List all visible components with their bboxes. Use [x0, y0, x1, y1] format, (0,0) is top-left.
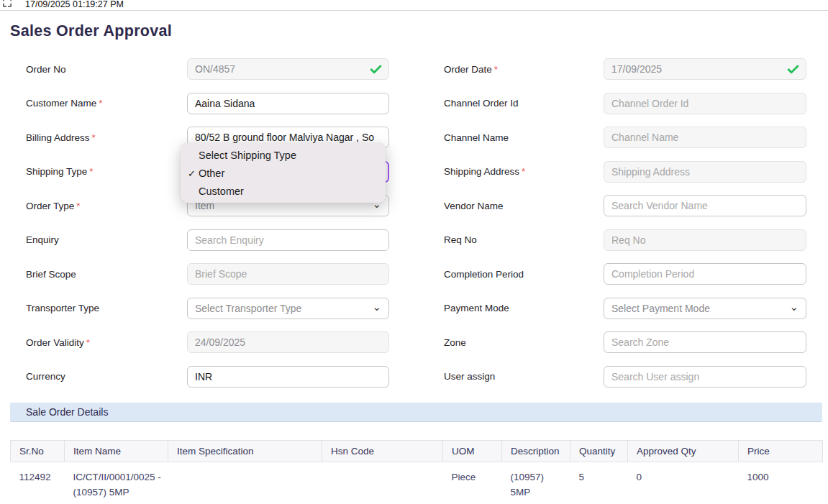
sale-order-items-table: Sr.NoItem NameItem SpecificationHsn Code… — [10, 440, 823, 504]
enquiry-input[interactable] — [187, 229, 389, 251]
channel-name-label-text: Channel Name — [444, 132, 509, 143]
cell-item-specification — [168, 462, 322, 504]
order-validity-input — [187, 331, 389, 353]
payment-mode-label: Payment Mode — [444, 303, 604, 313]
header-item-name: Item Name — [65, 441, 168, 462]
field-row-currency: Currency — [26, 366, 389, 388]
completion-period-input[interactable] — [604, 263, 806, 285]
required-marker: * — [494, 64, 498, 75]
header-hsn-code: Hsn Code — [322, 441, 443, 462]
vendor-name-label-text: Vendor Name — [444, 201, 504, 211]
dropdown-option-customer[interactable]: Customer — [181, 182, 386, 200]
order-no-label-text: Order No — [26, 64, 66, 75]
brief-scope-label-text: Brief Scope — [26, 269, 76, 280]
form-right-column: Order Date*Channel Order IdChannel NameS… — [444, 58, 806, 400]
vendor-name-label: Vendor Name — [444, 201, 604, 211]
currency-label-text: Currency — [26, 371, 65, 382]
currency-label: Currency — [26, 371, 187, 382]
header-item-specification: Item Specification — [168, 441, 322, 462]
header-quantity: Quantity — [570, 441, 628, 462]
required-marker: * — [99, 98, 102, 109]
order-validity-label-text: Order Validity — [26, 337, 84, 348]
field-row-user-assign: User assign — [444, 366, 806, 388]
transporter-type-selected-value: Select Transporter Type — [195, 303, 301, 314]
cell-approved-qty: 0 — [628, 462, 739, 504]
zone-label: Zone — [444, 337, 604, 348]
shipping-type-dropdown-menu: Select Shipping Type ✓ Other Customer — [181, 143, 386, 203]
field-row-transporter-type: Transporter TypeSelect Transporter Type⌄ — [26, 298, 389, 319]
cell-sr-no: 112492 — [11, 462, 65, 504]
header-sr-no: Sr.No — [11, 441, 65, 462]
customer-name-input[interactable] — [187, 93, 389, 114]
completion-period-label: Completion Period — [444, 269, 604, 280]
req-no-input — [604, 229, 806, 251]
completion-period-label-text: Completion Period — [444, 269, 524, 280]
cell-hsn-code — [322, 462, 443, 504]
dropdown-option-select-shipping-type[interactable]: Select Shipping Type — [181, 146, 386, 164]
payment-mode-label-text: Payment Mode — [444, 303, 509, 313]
form-left-column: Order NoCustomer Name*Billing Address*Sh… — [26, 58, 389, 400]
shipping-address-label-text: Shipping Address — [444, 166, 519, 177]
required-marker: * — [86, 337, 90, 348]
field-row-order-validity: Order Validity* — [26, 331, 389, 353]
order-date-input — [604, 58, 806, 80]
header-approved-qty: Approved Qty — [628, 441, 739, 462]
order-validity-label: Order Validity* — [26, 337, 187, 348]
field-row-channel-order-id: Channel Order Id — [444, 93, 806, 114]
field-row-vendor-name: Vendor Name — [444, 195, 806, 216]
shipping-address-input — [604, 161, 806, 183]
currency-input[interactable] — [187, 366, 389, 388]
billing-address-label: Billing Address* — [26, 132, 187, 143]
enquiry-label-text: Enquiry — [26, 234, 59, 245]
field-row-req-no: Req No — [444, 229, 806, 251]
check-icon: ✓ — [188, 168, 196, 178]
required-marker: * — [92, 132, 96, 143]
channel-order-id-input — [604, 93, 806, 114]
header-price: Price — [739, 441, 823, 462]
user-assign-input[interactable] — [604, 366, 806, 388]
order-no-input — [187, 58, 389, 80]
field-row-payment-mode: Payment ModeSelect Payment Mode⌄ — [444, 298, 806, 319]
chevron-down-icon: ⌄ — [372, 303, 381, 311]
required-marker: * — [89, 166, 93, 177]
shipping-type-label: Shipping Type* — [26, 166, 187, 177]
required-marker: * — [76, 201, 80, 211]
field-row-brief-scope: Brief Scope — [26, 263, 389, 285]
field-row-customer-name: Customer Name* — [26, 93, 389, 114]
channel-order-id-label-text: Channel Order Id — [444, 98, 519, 109]
field-row-zone: Zone — [444, 331, 806, 353]
page-title: Sales Order Approval — [10, 22, 172, 40]
field-row-enquiry: Enquiry — [26, 229, 389, 251]
header-description: Description — [502, 441, 570, 462]
field-row-order-date: Order Date* — [444, 58, 806, 80]
payment-mode-select[interactable]: Select Payment Mode⌄ — [604, 298, 806, 319]
topbar: 17/09/2025 01:19:27 PM — [0, 0, 828, 11]
order-type-label-text: Order Type — [26, 201, 74, 211]
fullscreen-icon[interactable] — [2, 0, 12, 8]
billing-address-label-text: Billing Address — [26, 132, 90, 143]
dropdown-option-other[interactable]: ✓ Other — [181, 164, 386, 182]
field-row-shipping-address: Shipping Address* — [444, 161, 806, 183]
brief-scope-input — [187, 263, 389, 285]
payment-mode-selected-value: Select Payment Mode — [611, 303, 710, 314]
order-no-label: Order No — [26, 64, 187, 75]
cell-quantity: 5 — [570, 462, 628, 504]
customer-name-label: Customer Name* — [26, 98, 187, 109]
cell-uom: Piece — [443, 462, 502, 504]
transporter-type-select[interactable]: Select Transporter Type⌄ — [187, 298, 389, 319]
brief-scope-label: Brief Scope — [26, 269, 187, 280]
customer-name-label-text: Customer Name — [26, 98, 96, 109]
zone-input[interactable] — [604, 331, 806, 353]
transporter-type-label: Transporter Type — [26, 303, 187, 313]
dropdown-option-label: Select Shipping Type — [199, 150, 296, 161]
transporter-type-label-text: Transporter Type — [26, 303, 99, 313]
user-assign-label: User assign — [444, 371, 604, 382]
shipping-address-label: Shipping Address* — [444, 166, 604, 177]
channel-name-label: Channel Name — [444, 132, 604, 143]
order-date-label-text: Order Date — [444, 64, 492, 75]
vendor-name-input[interactable] — [604, 195, 806, 216]
order-type-label: Order Type* — [26, 201, 187, 211]
user-assign-label-text: User assign — [444, 371, 495, 382]
enquiry-label: Enquiry — [26, 234, 187, 245]
required-marker: * — [522, 166, 525, 177]
